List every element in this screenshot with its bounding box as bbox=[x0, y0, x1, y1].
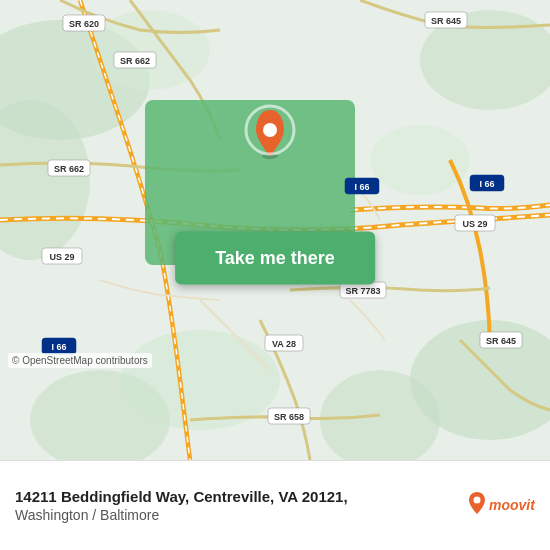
take-me-there-button[interactable]: Take me there bbox=[175, 232, 375, 285]
svg-text:SR 620: SR 620 bbox=[69, 19, 99, 29]
svg-text:SR 7783: SR 7783 bbox=[345, 286, 380, 296]
svg-point-40 bbox=[474, 496, 481, 503]
svg-text:US 29: US 29 bbox=[462, 219, 487, 229]
svg-text:SR 662: SR 662 bbox=[120, 56, 150, 66]
svg-text:I 66: I 66 bbox=[51, 342, 66, 352]
address-text: 14211 Beddingfield Way, Centreville, VA … bbox=[15, 488, 348, 505]
svg-point-9 bbox=[370, 125, 470, 195]
svg-point-7 bbox=[120, 330, 280, 430]
svg-text:SR 662: SR 662 bbox=[54, 164, 84, 174]
map-area: SR 620 SR 645 SR 662 SR 662 US 29 I 66 I… bbox=[0, 0, 550, 460]
button-overlay: Take me there bbox=[175, 204, 375, 257]
svg-text:SR 658: SR 658 bbox=[274, 412, 304, 422]
info-bar: 14211 Beddingfield Way, Centreville, VA … bbox=[0, 460, 550, 550]
osm-attribution: © OpenStreetMap contributors bbox=[8, 353, 152, 368]
svg-text:SR 645: SR 645 bbox=[431, 16, 461, 26]
svg-text:VA 28: VA 28 bbox=[272, 339, 296, 349]
moovit-logo: moovit bbox=[465, 486, 535, 526]
city-text: Washington / Baltimore bbox=[15, 507, 348, 523]
moovit-logo-svg: moovit bbox=[465, 486, 535, 526]
svg-text:moovit: moovit bbox=[489, 497, 535, 513]
svg-text:I 66: I 66 bbox=[479, 179, 494, 189]
address-section: 14211 Beddingfield Way, Centreville, VA … bbox=[15, 488, 348, 523]
svg-text:I 66: I 66 bbox=[354, 182, 369, 192]
svg-point-38 bbox=[263, 123, 277, 137]
svg-text:SR 645: SR 645 bbox=[486, 336, 516, 346]
svg-text:US 29: US 29 bbox=[49, 252, 74, 262]
